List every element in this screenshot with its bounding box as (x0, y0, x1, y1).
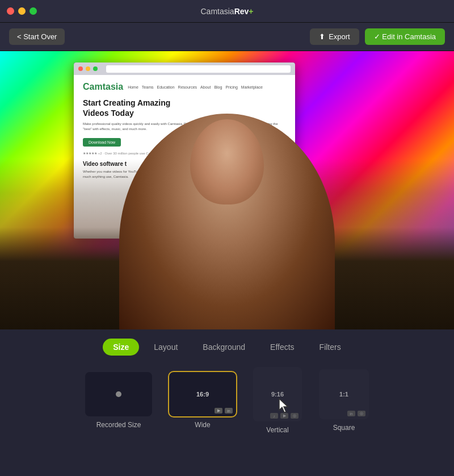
tab-size[interactable]: Size (103, 339, 139, 356)
size-option-square[interactable]: 1:1 in ◎ Square (319, 369, 369, 432)
site-nav: Camtasia HomeTeamsEducationResourcesAbou… (83, 82, 286, 92)
browser-topbar (74, 62, 295, 75)
size-label-recorded: Recorded Size (96, 421, 141, 429)
recorded-dot-icon (116, 391, 121, 397)
tab-filters[interactable]: Filters (309, 339, 351, 356)
size-thumb-wide: 16:9 ▶ in (169, 372, 236, 416)
tab-layout[interactable]: Layout (144, 339, 188, 356)
size-options-grid: Recorded Size 16:9 ▶ in Wide 9:16 ♪ ▶ ◎ (0, 362, 454, 440)
edit-in-camtasia-button[interactable]: ✓ Edit in Camtasia (365, 28, 445, 45)
vertical-ratio-label: 9:16 (271, 391, 284, 398)
browser-max-dot (93, 66, 98, 71)
instagram-icon: ◎ (291, 413, 299, 419)
size-thumb-recorded (85, 372, 152, 416)
window-controls (7, 7, 37, 15)
square-ratio-label: 1:1 (339, 391, 348, 398)
square-platform-icons: in ◎ (347, 411, 365, 416)
tab-effects[interactable]: Effects (260, 339, 305, 356)
site-logo: Camtasia (83, 82, 123, 92)
minimize-dot[interactable] (18, 7, 26, 15)
tiktok-icon: ♪ (270, 413, 278, 419)
browser-urlbar (106, 65, 291, 73)
toolbar-right: ⬆ Export ✓ Edit in Camtasia (310, 28, 445, 45)
export-button[interactable]: ⬆ Export (310, 28, 359, 45)
size-option-vertical[interactable]: 9:16 ♪ ▶ ◎ Vertical (253, 367, 302, 434)
title-bar: CamtasiaRev+ (0, 0, 454, 23)
browser-min-dot (86, 66, 90, 71)
start-over-button[interactable]: < Start Over (9, 28, 65, 45)
size-thumb-square: 1:1 in ◎ (319, 369, 369, 419)
vertical-platform-icons: ♪ ▶ ◎ (270, 413, 299, 419)
maximize-dot[interactable] (30, 7, 37, 15)
linkedin-square-icon: in (347, 411, 355, 416)
browser-close-dot (78, 66, 83, 71)
linkedin-icon: in (225, 408, 233, 414)
person-silhouette (114, 102, 340, 329)
youtube-shorts-icon: ▶ (280, 413, 288, 419)
tab-background[interactable]: Background (192, 339, 255, 356)
size-label-vertical: Vertical (266, 426, 288, 434)
wide-platform-icons: ▶ in (215, 408, 233, 414)
tab-bar: Size Layout Background Effects Filters (0, 329, 454, 362)
size-label-square: Square (333, 424, 355, 432)
close-dot[interactable] (7, 7, 14, 15)
bottom-panel: Size Layout Background Effects Filters R… (0, 329, 454, 476)
size-label-wide: Wide (195, 421, 210, 429)
size-option-recorded[interactable]: Recorded Size (85, 372, 152, 429)
size-thumb-vertical: 9:16 ♪ ▶ ◎ (253, 367, 302, 421)
wide-ratio-label: 16:9 (196, 391, 209, 398)
toolbar: < Start Over ⬆ Export ✓ Edit in Camtasia (0, 23, 454, 51)
camera-icon: ◎ (358, 411, 365, 416)
preview-area: Camtasia HomeTeamsEducationResourcesAbou… (0, 51, 454, 329)
site-nav-links: HomeTeamsEducationResourcesAboutBlogPric… (128, 85, 263, 89)
export-icon: ⬆ (319, 32, 325, 41)
app-title: CamtasiaRev+ (200, 7, 253, 16)
size-option-wide[interactable]: 16:9 ▶ in Wide (169, 372, 236, 429)
youtube-icon: ▶ (215, 408, 222, 414)
